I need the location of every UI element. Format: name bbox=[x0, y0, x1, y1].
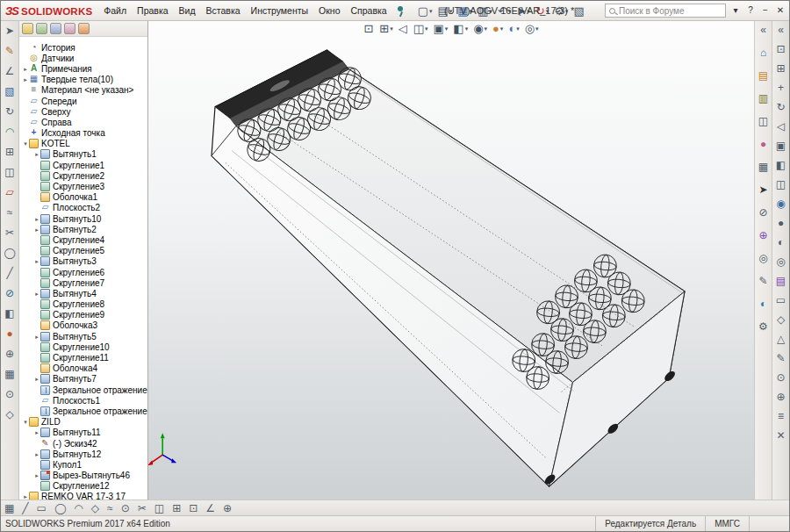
close-toolbar-icon[interactable]: ✕ bbox=[776, 430, 785, 441]
axes-icon[interactable]: ⊕ bbox=[776, 392, 785, 402]
camera-icon[interactable]: ▭ bbox=[776, 295, 786, 306]
tree-item[interactable]: ▸ Вытянуть7 bbox=[19, 374, 147, 385]
solidworks-resources-icon[interactable]: ⌂ bbox=[760, 47, 766, 58]
pan-icon[interactable]: + bbox=[778, 83, 784, 93]
tree-item[interactable]: ▸ Вытянуть1 bbox=[19, 149, 147, 160]
previous-view-icon[interactable]: ◁ bbox=[777, 121, 785, 132]
shadow-icon[interactable]: ◐ bbox=[778, 237, 784, 248]
snap-icon[interactable]: ⊕ bbox=[223, 503, 232, 514]
tree-item[interactable]: ▸ Вытянуть11 bbox=[19, 428, 147, 438]
tree-item[interactable]: Зеркальное отражение2 bbox=[19, 385, 147, 395]
compare-icon[interactable]: ◐ bbox=[760, 298, 766, 309]
tree-item[interactable]: Оболочка3 bbox=[19, 320, 147, 331]
tree-item[interactable]: ▸ Вырез-Вытянуть46 bbox=[19, 471, 147, 481]
line-icon[interactable]: ╱ bbox=[6, 268, 12, 278]
graphics-viewport[interactable]: ⊡ ⊞▾ ◁ ◫▾ ▣▾ ◧▾ bbox=[148, 21, 754, 500]
file-explorer-icon[interactable]: ▥ bbox=[758, 93, 768, 104]
display-style-icon[interactable]: ◧▾ bbox=[453, 23, 468, 34]
search-scope-button[interactable]: ▾ bbox=[729, 3, 743, 18]
new-document-icon[interactable]: ▢▾ bbox=[416, 4, 434, 18]
smart-dimension-icon[interactable]: ∠ bbox=[5, 66, 15, 76]
tree-item[interactable]: Исходная точка bbox=[19, 128, 147, 139]
trim-icon[interactable]: ✂ bbox=[138, 503, 147, 514]
polygon-icon[interactable]: ◇ bbox=[91, 503, 99, 514]
close-button[interactable]: ✕ bbox=[773, 3, 787, 18]
markup-icon[interactable]: ✎ bbox=[758, 276, 767, 286]
tree-item[interactable]: Зеркальное отражение3 bbox=[19, 406, 147, 416]
settings-icon[interactable]: ⚙ bbox=[758, 321, 768, 332]
arc-icon[interactable]: ◠ bbox=[74, 503, 83, 514]
tree-item[interactable]: Оболочка1 bbox=[19, 192, 147, 203]
minimize-button[interactable]: − bbox=[758, 3, 772, 18]
sensor-icon[interactable]: ◎ bbox=[758, 253, 767, 263]
tab-displaymanager[interactable] bbox=[78, 23, 90, 34]
menu-item[interactable]: Инструменты bbox=[246, 4, 313, 18]
view-orientation-icon[interactable]: ▣▾ bbox=[434, 23, 449, 34]
tree-item[interactable]: Скругление11 bbox=[19, 352, 147, 363]
tree-item[interactable]: Скругление10 bbox=[19, 341, 147, 352]
offset-icon[interactable]: ⊞ bbox=[172, 503, 181, 514]
tree-item[interactable]: ▸ Вытянуть2 bbox=[19, 224, 147, 234]
zoom-to-area-icon[interactable]: ⊞▾ bbox=[379, 23, 392, 34]
expander-icon[interactable]: ▸ bbox=[33, 216, 40, 222]
reference-geometry-icon[interactable]: ▱ bbox=[5, 187, 13, 198]
tree-item[interactable]: Оболочка4 bbox=[19, 363, 147, 374]
zoom-area-icon[interactable]: ⊞ bbox=[776, 63, 785, 74]
appearance-icon[interactable]: ● bbox=[6, 328, 12, 339]
plane-display-icon[interactable]: ◇ bbox=[777, 314, 785, 325]
mirror-icon[interactable]: ◫ bbox=[4, 167, 14, 177]
grid-display-icon[interactable]: ≡ bbox=[778, 411, 784, 421]
model-3d[interactable] bbox=[148, 21, 754, 500]
section-view-icon[interactable]: ◫▾ bbox=[413, 23, 428, 34]
wireframe-icon[interactable]: ◧ bbox=[776, 160, 786, 170]
units-selector[interactable]: ММГС bbox=[705, 516, 749, 531]
tree-item[interactable]: ▸ Примечания bbox=[19, 63, 147, 74]
tree-item[interactable]: Скругление7 bbox=[19, 277, 147, 288]
tree-item[interactable]: Датчики bbox=[19, 53, 147, 63]
rotate-view-icon[interactable]: ↻ bbox=[776, 102, 785, 112]
expander-icon[interactable]: ▸ bbox=[33, 472, 40, 478]
tree-item[interactable]: Справа bbox=[19, 117, 147, 127]
tree-item[interactable]: Спереди bbox=[19, 96, 147, 106]
pointer-icon[interactable]: ➤ bbox=[758, 184, 767, 195]
custom-properties-icon[interactable]: ▦ bbox=[758, 162, 768, 172]
expander-icon[interactable]: ▾ bbox=[22, 140, 29, 147]
tree-item[interactable]: Материал <не указан> bbox=[19, 85, 147, 96]
menu-item[interactable]: Окно bbox=[313, 4, 345, 18]
dimension-icon[interactable]: ∠ bbox=[205, 503, 215, 514]
annotation-view-icon[interactable]: ✎ bbox=[776, 353, 785, 363]
measure-icon[interactable]: ⊕ bbox=[5, 349, 14, 359]
expander-icon[interactable]: ▸ bbox=[33, 429, 40, 435]
tab-propertymanager[interactable] bbox=[36, 23, 47, 34]
view-orientation-icon[interactable]: ▣ bbox=[776, 140, 786, 151]
tree-item[interactable]: Скругление12 bbox=[19, 481, 147, 492]
hidden-lines-icon[interactable]: ◫ bbox=[776, 179, 786, 190]
curves-icon[interactable]: ≈ bbox=[7, 207, 13, 218]
expander-icon[interactable]: ▸ bbox=[33, 258, 40, 264]
menu-item[interactable]: Вид bbox=[174, 4, 201, 18]
convert-entities-icon[interactable]: ⊡ bbox=[189, 503, 198, 514]
shaded-edges-icon[interactable]: ● bbox=[778, 218, 784, 228]
tree-item[interactable]: Сверху bbox=[19, 106, 147, 117]
tree-item[interactable]: ▸ Вытянуть10 bbox=[19, 213, 147, 224]
pin-menubar-icon[interactable] bbox=[395, 4, 406, 18]
tab-configurationmanager[interactable] bbox=[50, 23, 61, 34]
perspective-icon[interactable]: ◎ bbox=[776, 256, 785, 267]
tree-item[interactable]: ▾ ZILD bbox=[19, 417, 147, 428]
evaluate-icon[interactable]: ⊘ bbox=[5, 288, 14, 298]
point-icon[interactable]: ⊙ bbox=[5, 389, 14, 399]
view-palette-icon[interactable]: ◫ bbox=[758, 116, 768, 126]
tree-item[interactable]: История bbox=[19, 42, 147, 53]
search-input[interactable] bbox=[619, 6, 722, 16]
expand-pane-icon[interactable]: « bbox=[778, 25, 784, 35]
grid-icon[interactable]: ▦ bbox=[4, 369, 14, 379]
hide-show-items-icon[interactable]: ◉▾ bbox=[473, 23, 487, 34]
tree-item[interactable]: (-) Эскиз42 bbox=[19, 438, 147, 449]
help-button[interactable]: ? bbox=[743, 3, 758, 18]
revolve-icon[interactable]: ↻ bbox=[5, 106, 14, 117]
menu-item[interactable]: Файл bbox=[98, 4, 132, 18]
origin-display-icon[interactable]: ⊙ bbox=[776, 372, 785, 383]
design-library-icon[interactable]: ▤ bbox=[758, 70, 768, 81]
tree-item[interactable]: Скругление4 bbox=[19, 234, 147, 245]
shaded-icon[interactable]: ◉ bbox=[776, 198, 785, 209]
